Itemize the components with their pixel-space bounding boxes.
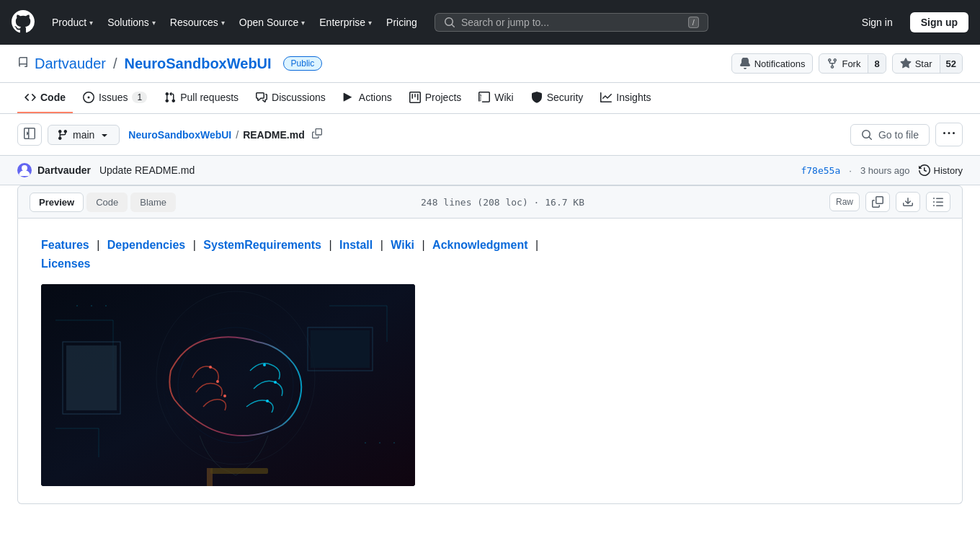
search-bar[interactable]: / — [435, 13, 708, 32]
star-button[interactable]: Star 52 — [892, 53, 963, 74]
preview-tab[interactable]: Preview — [30, 193, 84, 212]
repo-owner-link[interactable]: Dartvauder — [35, 56, 106, 72]
nav-product[interactable]: Product ▾ — [46, 12, 99, 32]
repo-icon — [17, 56, 29, 72]
avatar-icon — [17, 163, 32, 177]
signin-button[interactable]: Sign in — [853, 13, 901, 32]
author-avatar — [17, 163, 32, 177]
star-icon — [900, 58, 912, 69]
fork-count: 8 — [868, 55, 885, 73]
pr-icon — [164, 92, 176, 103]
branch-selector[interactable]: main — [48, 125, 120, 145]
svg-point-0 — [22, 165, 27, 171]
wiki-icon — [478, 92, 490, 103]
nav-actions[interactable]: Actions — [336, 83, 399, 113]
list-view-button[interactable] — [926, 192, 950, 212]
main-nav: Product ▾ Solutions ▾ Resources ▾ Open S… — [46, 12, 423, 32]
discussions-icon — [256, 92, 267, 103]
issue-icon — [83, 92, 94, 103]
commit-time: · — [849, 165, 852, 176]
nav-enterprise[interactable]: Enterprise ▾ — [313, 12, 378, 32]
notifications-button[interactable]: Notifications — [731, 53, 814, 74]
link-dependencies[interactable]: Dependencies — [107, 239, 185, 251]
svg-point-16 — [274, 381, 277, 384]
goto-file-button[interactable]: Go to file — [850, 124, 930, 146]
toolbar-right: Go to file — [850, 123, 963, 146]
chevron-down-icon: ▾ — [221, 19, 225, 27]
svg-point-12 — [209, 366, 212, 369]
readme-banner-image — [41, 284, 939, 486]
fork-button[interactable]: Fork 8 — [819, 53, 886, 74]
svg-point-15 — [263, 363, 266, 366]
link-features[interactable]: Features — [41, 239, 89, 251]
copy-icon — [872, 196, 883, 208]
nav-insights[interactable]: Insights — [593, 83, 658, 113]
svg-point-25 — [91, 305, 92, 307]
sidebar-icon — [24, 128, 35, 139]
file-toolbar: main NeuroSandboxWebUI / README.md Go to… — [0, 114, 980, 155]
fork-icon — [827, 58, 838, 69]
nav-wiki[interactable]: Wiki — [471, 83, 520, 113]
bell-icon — [739, 58, 751, 69]
issues-count-badge: 1 — [132, 92, 147, 103]
chevron-down-icon: ▾ — [152, 19, 156, 27]
svg-point-13 — [216, 380, 219, 383]
svg-point-26 — [105, 305, 107, 307]
raw-button[interactable]: Raw — [829, 193, 860, 211]
link-install[interactable]: Install — [339, 239, 373, 251]
repo-title: Dartvauder / NeuroSandboxWebUI Public — [17, 56, 322, 72]
repo-name-link[interactable]: NeuroSandboxWebUI — [125, 56, 272, 72]
toolbar-left: main NeuroSandboxWebUI / README.md — [17, 123, 322, 146]
breadcrumb-separator: / — [113, 56, 117, 72]
file-header: Preview Code Blame 248 lines (208 loc) ·… — [17, 185, 963, 219]
commit-time-label: 3 hours ago — [860, 165, 910, 176]
nav-pricing[interactable]: Pricing — [380, 12, 423, 32]
more-options-button[interactable] — [935, 123, 963, 146]
file-stats: 248 lines (208 loc) · 16.7 KB — [421, 197, 584, 208]
repo-actions: Notifications Fork 8 Star 52 — [731, 53, 963, 74]
nav-pullrequests[interactable]: Pull requests — [157, 83, 246, 113]
commit-message: Update README.md — [99, 164, 195, 176]
nav-solutions[interactable]: Solutions ▾ — [102, 12, 161, 32]
main-header: Product ▾ Solutions ▾ Resources ▾ Open S… — [0, 0, 980, 45]
history-button[interactable]: History — [919, 164, 963, 176]
breadcrumb-repo-link[interactable]: NeuroSandboxWebUI — [128, 129, 231, 141]
search-input[interactable] — [461, 17, 682, 28]
nav-resources[interactable]: Resources ▾ — [164, 12, 231, 32]
link-wiki[interactable]: Wiki — [391, 239, 414, 251]
code-tab[interactable]: Code — [86, 193, 128, 212]
sidebar-toggle-button[interactable] — [17, 123, 42, 146]
insights-icon — [600, 92, 612, 103]
nav-projects[interactable]: Projects — [402, 83, 469, 113]
commit-hash-link[interactable]: f78e55a — [801, 165, 840, 176]
file-view-tabs: Preview Code Blame — [30, 193, 176, 212]
download-icon — [902, 196, 914, 208]
branch-icon — [57, 129, 68, 141]
chevron-down-icon: ▾ — [368, 19, 372, 27]
svg-point-14 — [223, 394, 226, 397]
copy-raw-button[interactable] — [865, 192, 890, 212]
visibility-badge: Public — [283, 56, 323, 71]
commit-info: Dartvauder Update README.md — [17, 163, 195, 177]
nav-discussions[interactable]: Discussions — [249, 83, 333, 113]
breadcrumb-current-file: README.md — [243, 129, 305, 141]
copy-path-button[interactable] — [312, 128, 322, 141]
search-icon — [444, 17, 455, 28]
commit-author[interactable]: Dartvauder — [37, 164, 91, 176]
link-acknowledgment[interactable]: Acknowledgment — [432, 239, 527, 251]
blame-tab[interactable]: Blame — [130, 193, 176, 212]
github-logo[interactable] — [12, 10, 35, 35]
download-button[interactable] — [896, 192, 920, 212]
nav-issues[interactable]: Issues 1 — [76, 83, 154, 113]
readme-nav-links: Features | Dependencies | SystemRequirem… — [41, 236, 939, 273]
nav-code[interactable]: Code — [17, 83, 73, 113]
code-icon — [24, 92, 36, 103]
security-icon — [531, 92, 543, 103]
nav-opensource[interactable]: Open Source ▾ — [233, 12, 311, 32]
readme-content: Features | Dependencies | SystemRequirem… — [17, 219, 963, 504]
link-licenses[interactable]: Licenses — [41, 257, 90, 270]
signup-button[interactable]: Sign up — [910, 12, 968, 32]
svg-rect-10 — [66, 345, 117, 410]
nav-security[interactable]: Security — [524, 83, 591, 113]
link-systemrequirements[interactable]: SystemRequirements — [203, 239, 321, 251]
